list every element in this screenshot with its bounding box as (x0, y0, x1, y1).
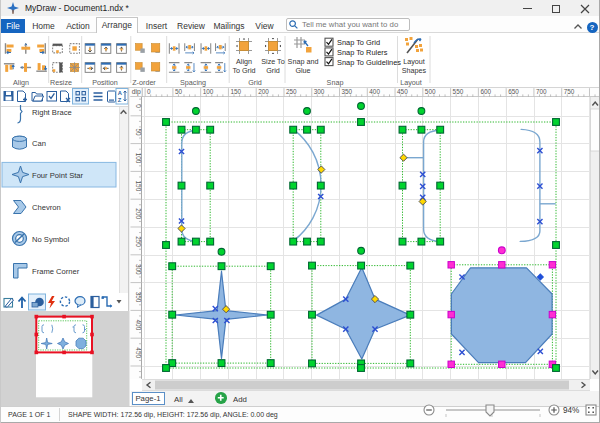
svg-text:300: 300 (313, 88, 324, 95)
svg-text:450: 450 (135, 348, 142, 359)
svg-text:100: 100 (202, 88, 213, 95)
svg-text:Glue: Glue (295, 66, 310, 75)
svg-text:100: 100 (135, 153, 142, 164)
svg-text:350: 350 (341, 88, 352, 95)
svg-text:Align: Align (13, 78, 29, 87)
svg-text:350: 350 (135, 292, 142, 303)
svg-text:dip: dip (131, 88, 140, 96)
svg-text:150: 150 (230, 88, 241, 95)
svg-text:Position: Position (92, 78, 118, 87)
svg-text:0: 0 (135, 104, 142, 108)
svg-text:600: 600 (480, 88, 491, 95)
svg-text:No Symbol: No Symbol (32, 235, 69, 244)
svg-text:Four Point Star: Four Point Star (32, 171, 84, 180)
svg-text:94%: 94% (563, 406, 579, 415)
svg-text:Z-order: Z-order (132, 78, 156, 87)
svg-text:400: 400 (135, 320, 142, 331)
svg-text:To Grid: To Grid (232, 66, 255, 75)
svg-text:Snap and: Snap and (288, 57, 319, 66)
svg-text:Can: Can (32, 139, 46, 148)
svg-text:Layout: Layout (400, 78, 422, 87)
svg-text:Align: Align (236, 57, 252, 66)
svg-text:Chevron: Chevron (32, 203, 61, 212)
svg-text:Grid: Grid (248, 78, 262, 87)
svg-text:400: 400 (369, 88, 380, 95)
svg-text:Grid: Grid (266, 66, 280, 75)
svg-text:Shapes: Shapes (402, 66, 427, 75)
svg-text:650: 650 (508, 88, 519, 95)
svg-text:450: 450 (397, 88, 408, 95)
svg-text:Snap: Snap (327, 78, 344, 87)
svg-text:Z: Z (118, 97, 122, 103)
svg-text:Snap To Grid: Snap To Grid (337, 38, 380, 47)
svg-text:Snap To Guidelines: Snap To Guidelines (337, 58, 401, 67)
svg-text:550: 550 (452, 88, 463, 95)
svg-text:Right Brace: Right Brace (32, 108, 72, 117)
svg-text:Resize: Resize (50, 78, 72, 87)
svg-text:250: 250 (135, 236, 142, 247)
svg-text:300: 300 (135, 264, 142, 275)
svg-text:250: 250 (285, 88, 296, 95)
svg-text:200: 200 (258, 88, 269, 95)
svg-text:750: 750 (563, 88, 574, 95)
svg-text:0: 0 (147, 88, 151, 95)
svg-text:700: 700 (535, 88, 546, 95)
svg-text:Frame Corner: Frame Corner (32, 267, 80, 276)
svg-text:Spacing: Spacing (180, 78, 206, 87)
svg-text:200: 200 (135, 209, 142, 220)
svg-text:Size To: Size To (261, 57, 284, 66)
svg-text:50: 50 (135, 129, 142, 137)
svg-text:50: 50 (174, 88, 182, 95)
svg-text:Layout: Layout (403, 57, 425, 66)
svg-text:Snap To Rulers: Snap To Rulers (337, 48, 388, 57)
svg-text:150: 150 (135, 181, 142, 192)
svg-text:500: 500 (424, 88, 435, 95)
